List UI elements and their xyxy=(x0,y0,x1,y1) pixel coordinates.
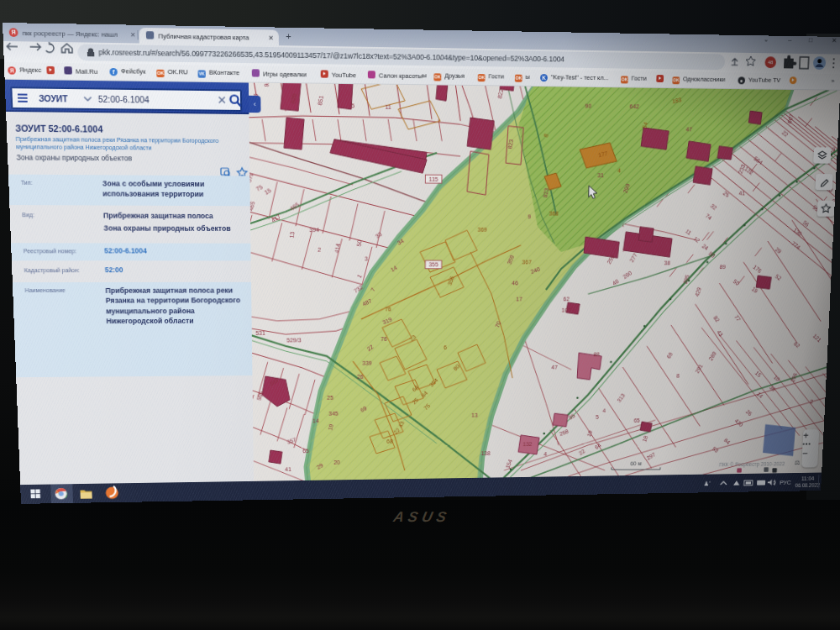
svg-text:06.08.2022: 06.08.2022 xyxy=(795,483,820,488)
svg-text:69: 69 xyxy=(665,351,675,360)
svg-text:11: 11 xyxy=(385,103,391,111)
svg-text:17: 17 xyxy=(516,296,522,302)
svg-text:1: 1 xyxy=(355,273,363,279)
svg-text:31: 31 xyxy=(597,172,604,179)
svg-text:47: 47 xyxy=(685,126,692,133)
svg-text:2: 2 xyxy=(318,246,321,253)
svg-text:38: 38 xyxy=(664,260,670,266)
svg-text:41: 41 xyxy=(285,466,291,473)
svg-text:♟ʹ: ♟ʹ xyxy=(704,480,711,487)
svg-text:430: 430 xyxy=(733,417,744,428)
svg-text:88: 88 xyxy=(593,351,600,358)
svg-text:313: 313 xyxy=(616,392,627,403)
svg-text:642: 642 xyxy=(630,102,639,110)
svg-text:65: 65 xyxy=(633,417,639,424)
svg-text:367: 367 xyxy=(522,259,531,265)
svg-text:345: 345 xyxy=(328,411,338,417)
svg-text:41: 41 xyxy=(739,190,746,197)
svg-text:48: 48 xyxy=(768,60,774,66)
svg-text:89: 89 xyxy=(719,264,726,270)
svg-text:268: 268 xyxy=(559,428,570,437)
svg-text:11: 11 xyxy=(684,228,692,237)
svg-text:76: 76 xyxy=(381,336,387,343)
svg-text:60 м: 60 м xyxy=(630,460,642,467)
svg-text:26: 26 xyxy=(357,374,364,381)
svg-text:531: 531 xyxy=(255,330,265,337)
svg-text:90: 90 xyxy=(585,102,591,110)
svg-text:12: 12 xyxy=(692,235,701,244)
svg-text:417: 417 xyxy=(270,213,281,224)
svg-text:53: 53 xyxy=(711,445,720,454)
svg-text:76: 76 xyxy=(385,306,391,312)
svg-text:14: 14 xyxy=(755,391,764,400)
svg-text:822: 822 xyxy=(496,88,505,99)
svg-text:260: 260 xyxy=(622,270,633,281)
svg-text:22: 22 xyxy=(780,129,790,139)
svg-text:529/3: 529/3 xyxy=(286,337,301,344)
svg-text:25: 25 xyxy=(327,395,333,402)
svg-text:4: 4 xyxy=(617,167,621,174)
svg-text:62: 62 xyxy=(563,296,570,302)
svg-text:4: 4 xyxy=(602,407,606,414)
svg-text:22: 22 xyxy=(578,448,586,457)
svg-text:13: 13 xyxy=(471,412,477,419)
svg-text:13: 13 xyxy=(288,231,297,239)
svg-text:607: 607 xyxy=(786,113,795,124)
svg-text:2: 2 xyxy=(810,398,813,405)
svg-text:355: 355 xyxy=(428,261,438,268)
svg-text:132: 132 xyxy=(522,441,532,448)
svg-text:339: 339 xyxy=(362,360,371,367)
svg-text:33: 33 xyxy=(374,231,383,240)
svg-text:32: 32 xyxy=(709,202,718,212)
svg-text:26: 26 xyxy=(744,408,753,417)
svg-text:56: 56 xyxy=(801,219,811,228)
svg-text:84: 84 xyxy=(722,437,731,446)
svg-text:65: 65 xyxy=(302,448,309,454)
svg-text:295: 295 xyxy=(682,274,691,285)
svg-text:5: 5 xyxy=(351,102,354,109)
svg-text:52:00-6.1004: 52:00-6.1004 xyxy=(98,94,150,104)
svg-text:176: 176 xyxy=(752,264,763,275)
svg-text:15: 15 xyxy=(753,370,763,379)
svg-text:50: 50 xyxy=(732,278,741,287)
svg-text:25: 25 xyxy=(722,190,731,199)
svg-text:5: 5 xyxy=(596,414,599,421)
svg-text:107: 107 xyxy=(562,307,571,314)
svg-text:ЗОУИТ: ЗОУИТ xyxy=(39,93,68,103)
svg-text:297: 297 xyxy=(645,451,656,461)
svg-text:18: 18 xyxy=(641,435,649,443)
svg-text:9: 9 xyxy=(832,146,835,153)
svg-text:774: 774 xyxy=(790,240,801,251)
svg-text:3: 3 xyxy=(365,255,368,262)
svg-text:50: 50 xyxy=(355,239,364,247)
svg-text:851: 851 xyxy=(316,95,324,106)
svg-text:15: 15 xyxy=(263,186,272,196)
svg-text:4: 4 xyxy=(543,451,547,458)
svg-text:6: 6 xyxy=(444,344,447,351)
svg-text:414: 414 xyxy=(333,243,342,254)
svg-text:14: 14 xyxy=(312,417,319,424)
svg-text:24: 24 xyxy=(701,243,710,252)
svg-text:296: 296 xyxy=(790,372,799,383)
svg-text:368: 368 xyxy=(549,211,559,218)
svg-text:20: 20 xyxy=(333,459,340,466)
svg-text:75: 75 xyxy=(255,183,264,192)
svg-text:115: 115 xyxy=(429,176,438,182)
svg-text:277: 277 xyxy=(628,252,639,264)
svg-text:46: 46 xyxy=(512,280,518,286)
svg-text:8: 8 xyxy=(676,373,680,380)
svg-text:82: 82 xyxy=(712,314,722,323)
svg-text:121: 121 xyxy=(811,333,822,344)
svg-text:394: 394 xyxy=(309,227,319,234)
svg-text:130: 130 xyxy=(792,227,803,238)
svg-text:68: 68 xyxy=(386,438,392,445)
svg-text:9: 9 xyxy=(528,213,531,220)
svg-text:⚖: ⚖ xyxy=(795,459,801,466)
svg-text:289: 289 xyxy=(707,350,717,361)
svg-text:369: 369 xyxy=(477,227,486,234)
svg-text:74: 74 xyxy=(704,213,713,222)
svg-text:82: 82 xyxy=(792,340,801,349)
svg-text:357: 357 xyxy=(286,436,297,445)
svg-text:10: 10 xyxy=(772,374,781,383)
svg-text:ПКК © Росреестр 2010-2022: ПКК © Росреестр 2010-2022 xyxy=(719,461,785,468)
